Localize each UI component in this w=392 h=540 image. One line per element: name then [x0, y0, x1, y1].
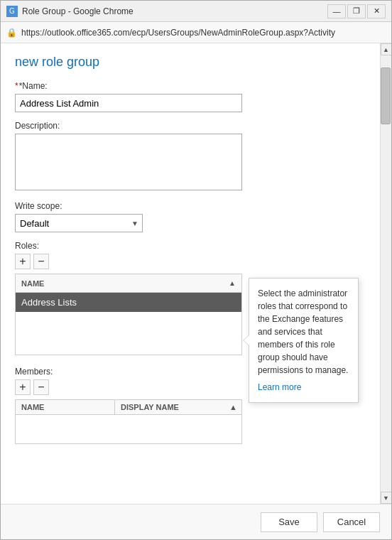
browser-icon: G	[6, 6, 18, 17]
roles-table-row-selected[interactable]: Address Lists	[16, 293, 241, 312]
members-table: NAME DISPLAY NAME ▲	[15, 399, 242, 444]
window-title: Role Group - Google Chrome	[22, 6, 327, 16]
footer: Save Cancel	[1, 504, 391, 539]
content-area: new role group *Name: Description: Write…	[1, 43, 391, 504]
roles-table-empty	[16, 312, 241, 355]
close-button[interactable]: ✕	[367, 4, 386, 18]
roles-add-button[interactable]: +	[15, 254, 31, 269]
members-add-button[interactable]: +	[15, 379, 31, 395]
sort-icon: ▲	[229, 279, 236, 287]
write-scope-select[interactable]: Default CustomRecipientScope CustomConfi…	[15, 214, 143, 232]
scrollbar-thumb[interactable]	[381, 68, 391, 124]
restore-button[interactable]: ❐	[347, 4, 366, 18]
name-field-group: *Name:	[15, 81, 366, 112]
members-table-body	[16, 415, 241, 443]
members-display-col-header: DISPLAY NAME ▲	[115, 400, 241, 414]
members-display-col-label: DISPLAY NAME	[121, 403, 179, 411]
tooltip-arrow	[244, 335, 249, 345]
write-scope-field-group: Write scope: Default CustomRecipientScop…	[15, 201, 366, 232]
address-bar: 🔒 https://outlook.office365.com/ecp/User…	[1, 22, 391, 43]
name-label: *Name:	[15, 81, 366, 91]
save-button[interactable]: Save	[261, 512, 317, 532]
roles-table: NAME ▲ Address Lists	[15, 274, 242, 355]
window-controls: — ❐ ✕	[327, 4, 386, 18]
description-input[interactable]	[15, 134, 242, 190]
scrollbar-down-arrow[interactable]: ▼	[381, 492, 392, 504]
lock-icon: 🔒	[6, 28, 17, 38]
name-input[interactable]	[15, 94, 242, 112]
tooltip-text: Select the administrator roles that corr…	[258, 287, 349, 377]
roles-column-header: NAME	[21, 279, 229, 288]
minimize-button[interactable]: —	[327, 4, 346, 18]
roles-label: Roles:	[15, 241, 366, 251]
page-title: new role group	[15, 55, 366, 70]
url-text: https://outlook.office365.com/ecp/UsersG…	[21, 28, 335, 38]
description-field-group: Description:	[15, 121, 366, 193]
learn-more-link[interactable]: Learn more	[258, 381, 349, 394]
scrollbar-up-arrow[interactable]: ▲	[381, 43, 392, 55]
window: G Role Group - Google Chrome — ❐ ✕ 🔒 htt…	[0, 0, 392, 540]
scrollbar: ▲ ▼	[380, 43, 391, 504]
title-bar: G Role Group - Google Chrome — ❐ ✕	[1, 1, 391, 22]
write-scope-label: Write scope:	[15, 201, 366, 211]
members-remove-button[interactable]: −	[33, 379, 49, 395]
cancel-button[interactable]: Cancel	[323, 512, 380, 532]
main-panel: new role group *Name: Description: Write…	[1, 43, 380, 504]
description-label: Description:	[15, 121, 366, 131]
members-sort-icon: ▲	[229, 403, 237, 411]
members-table-header: NAME DISPLAY NAME ▲	[16, 400, 241, 415]
write-scope-select-wrapper: Default CustomRecipientScope CustomConfi…	[15, 214, 143, 232]
roles-table-header: NAME ▲	[16, 274, 241, 293]
tooltip-box: Select the administrator roles that corr…	[249, 278, 359, 403]
roles-toolbar: + −	[15, 254, 366, 269]
roles-remove-button[interactable]: −	[33, 254, 49, 269]
members-name-col-header: NAME	[16, 400, 115, 414]
scrollbar-track[interactable]	[381, 55, 391, 492]
